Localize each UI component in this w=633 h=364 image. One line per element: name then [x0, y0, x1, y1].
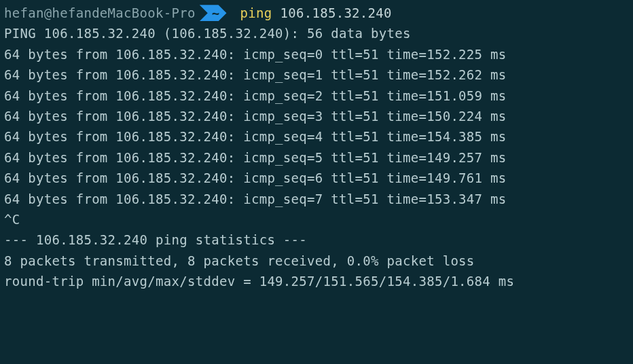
ping-reply-line: 64 bytes from 106.185.32.240: icmp_seq=0… — [4, 44, 629, 65]
ping-reply-line: 64 bytes from 106.185.32.240: icmp_seq=1… — [4, 65, 629, 85]
user-host: hefan@hefandeMacBook-Pro — [4, 3, 196, 23]
ping-reply-line: 64 bytes from 106.185.32.240: icmp_seq=7… — [4, 189, 629, 209]
ping-reply-line: 64 bytes from 106.185.32.240: icmp_seq=3… — [4, 106, 629, 126]
ping-reply-line: 64 bytes from 106.185.32.240: icmp_seq=6… — [4, 168, 629, 188]
ping-header: PING 106.185.32.240 (106.185.32.240): 56… — [4, 23, 629, 43]
ping-reply-line: 64 bytes from 106.185.32.240: icmp_seq=4… — [4, 126, 629, 147]
prompt-line[interactable]: hefan@hefandeMacBook-Pro ~ ping 106.185.… — [4, 3, 629, 23]
interrupt-signal: ^C — [4, 209, 629, 230]
prompt-path-arrow: ~ — [200, 5, 227, 21]
command-argument: 106.185.32.240 — [280, 3, 391, 23]
command: ping — [240, 3, 272, 23]
stats-summary: 8 packets transmitted, 8 packets receive… — [4, 251, 629, 271]
stats-roundtrip: round-trip min/avg/max/stddev = 149.257/… — [4, 271, 629, 291]
stats-header: --- 106.185.32.240 ping statistics --- — [4, 230, 629, 250]
ping-reply-line: 64 bytes from 106.185.32.240: icmp_seq=2… — [4, 86, 629, 106]
path-indicator: ~ — [200, 5, 227, 21]
ping-reply-line: 64 bytes from 106.185.32.240: icmp_seq=5… — [4, 147, 629, 168]
